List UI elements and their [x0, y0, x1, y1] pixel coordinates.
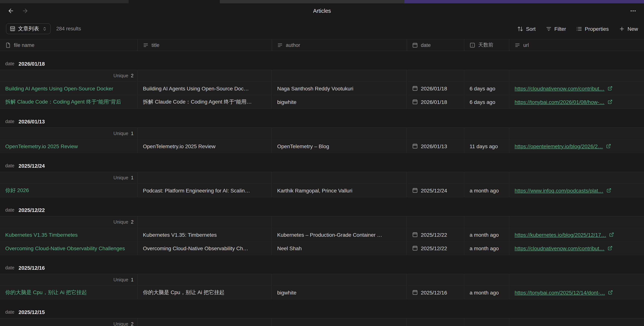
titlebar-segment [0, 0, 129, 4]
cell-date[interactable]: 2026/01/13 [407, 140, 464, 153]
cell-title[interactable]: Podcast: Platform Engineering for AI: Sc… [138, 184, 272, 197]
view-selector[interactable]: 文章列表 [6, 23, 51, 34]
cell-date[interactable]: 2025/12/22 [407, 242, 464, 255]
url-link[interactable]: https://cloudnativenow.com/contribut… [514, 245, 604, 251]
new-button[interactable]: New [619, 26, 638, 32]
url-link[interactable]: https://www.infoq.com/podcasts/plat… [514, 188, 603, 194]
text-icon [143, 42, 148, 48]
cell-title[interactable]: Overcoming Cloud-Native Observability Ch… [138, 242, 272, 255]
column-label: file name [14, 42, 34, 48]
cell-author[interactable]: OpenTelemetry – Blog [272, 140, 407, 153]
titlebar-segment [404, 0, 644, 4]
group-header[interactable]: date 2025/12/24 [0, 160, 644, 172]
formula-icon [470, 42, 475, 48]
cell-url[interactable]: https://tonybai.com/2026/01/08/how-… [509, 95, 644, 108]
url-link[interactable]: https://tonybai.com/2025/12/14/dont-… [514, 290, 605, 296]
column-header-file-name[interactable]: file name [0, 40, 138, 51]
calc-value: 2 [131, 73, 134, 78]
column-header-author[interactable]: author [272, 40, 407, 51]
cell-file-name[interactable]: 拆解 Claude Code：Coding Agent 终于“能用”背后 [0, 95, 138, 108]
cell-title[interactable]: OpenTelemetry.io 2025 Review [138, 140, 272, 153]
forward-arrow-icon[interactable] [22, 8, 28, 14]
cell-file-name[interactable]: Overcoming Cloud-Native Observability Ch… [0, 242, 138, 255]
sort-button[interactable]: Sort [518, 26, 536, 32]
cell-date[interactable]: 2025/12/24 [407, 184, 464, 197]
page-title: Articles [0, 8, 644, 14]
group-header[interactable]: date 2025/12/22 [0, 204, 644, 216]
group-header[interactable]: date 2025/12/15 [0, 306, 644, 318]
new-label: New [628, 26, 638, 32]
cell-url[interactable]: https://tonybai.com/2025/12/14/dont-… [509, 286, 644, 299]
calc-cell[interactable]: Unique 2 [0, 216, 138, 228]
file-link[interactable]: 你的大脑是 Cpu，别让 Ai 把它挂起 [5, 289, 87, 296]
cell-date[interactable]: 2026/01/18 [407, 82, 464, 95]
calc-cell[interactable]: Unique 1 [0, 274, 138, 286]
cell-url[interactable]: https://www.infoq.com/podcasts/plat… [509, 184, 644, 197]
cell-days[interactable]: 6 days ago [464, 82, 509, 95]
cell-author[interactable]: Neel Shah [272, 242, 407, 255]
column-header-url[interactable]: url [509, 40, 644, 51]
cell-title[interactable]: 拆解 Claude Code：Coding Agent 终于“能用… [138, 95, 272, 108]
more-options-icon[interactable] [630, 8, 636, 14]
cell-date[interactable]: 2026/01/18 [407, 95, 464, 108]
cell-url[interactable]: https://opentelemetry.io/blog/2026/2… [509, 140, 644, 153]
properties-button[interactable]: Properties [576, 26, 609, 32]
cell-title[interactable]: Kubernetes V1.35: Timbernetes [138, 228, 272, 241]
cell-file-name[interactable]: OpenTelemetry.io 2025 Review [0, 140, 138, 153]
file-link[interactable]: 你好 2026 [5, 187, 29, 194]
cell-days[interactable]: a month ago [464, 286, 509, 299]
filter-button[interactable]: Filter [546, 26, 566, 32]
cell-date[interactable]: 2025/12/16 [407, 286, 464, 299]
cell-file-name[interactable]: Kubernetes V1.35 Timbernetes [0, 228, 138, 241]
cell-days[interactable]: 11 days ago [464, 140, 509, 153]
cell-author[interactable]: bigwhite [272, 286, 407, 299]
group-header[interactable]: date 2026/01/18 [0, 58, 644, 70]
calc-cell[interactable]: Unique 2 [0, 318, 138, 326]
cell-days[interactable]: a month ago [464, 242, 509, 255]
column-header-title[interactable]: title [138, 40, 272, 51]
external-link-icon [608, 290, 613, 295]
calc-cell[interactable]: Unique 1 [0, 128, 138, 139]
file-link[interactable]: Overcoming Cloud-Native Observability Ch… [5, 245, 125, 251]
cell-days[interactable]: a month ago [464, 184, 509, 197]
calc-cell-empty [509, 128, 644, 139]
table-row: Building AI Agents Using Open-Source Doc… [0, 82, 644, 95]
cell-title[interactable]: 你的大脑是 Cpu，别让 Ai 把它挂起 [138, 286, 272, 299]
cell-days[interactable]: 6 days ago [464, 95, 509, 108]
file-link[interactable]: Building AI Agents Using Open-Source Doc… [5, 85, 113, 91]
cell-url[interactable]: https://kubernetes.io/blog/2025/12/17… [509, 228, 644, 241]
cell-date[interactable]: 2025/12/22 [407, 228, 464, 241]
calc-cell[interactable]: Unique 2 [0, 70, 138, 82]
sort-icon [518, 26, 524, 32]
group-header[interactable]: date 2025/12/16 [0, 262, 644, 274]
cell-file-name[interactable]: 你的大脑是 Cpu，别让 Ai 把它挂起 [0, 286, 138, 299]
calendar-icon [412, 99, 418, 105]
column-header-days[interactable]: 天数前 [464, 40, 509, 51]
url-link[interactable]: https://opentelemetry.io/blog/2026/2… [514, 143, 603, 149]
file-link[interactable]: Kubernetes V1.35 Timbernetes [5, 232, 78, 238]
file-link[interactable]: 拆解 Claude Code：Coding Agent 终于“能用”背后 [5, 98, 121, 105]
calc-cell-empty [509, 318, 644, 326]
cell-file-name[interactable]: 你好 2026 [0, 184, 138, 197]
cell-days[interactable]: a month ago [464, 228, 509, 241]
cell-author[interactable]: Karthik Ramgopal, Prince Valluri [272, 184, 407, 197]
file-link[interactable]: OpenTelemetry.io 2025 Review [5, 143, 78, 149]
url-link[interactable]: https://cloudnativenow.com/contribut… [514, 85, 604, 91]
url-link[interactable]: https://kubernetes.io/blog/2025/12/17… [514, 232, 606, 238]
calc-cell-empty [272, 128, 407, 139]
url-link[interactable]: https://tonybai.com/2026/01/08/how-… [514, 99, 604, 105]
group-header[interactable]: date 2026/01/13 [0, 116, 644, 128]
calendar-icon [412, 245, 418, 251]
cell-author[interactable]: bigwhite [272, 95, 407, 108]
cell-url[interactable]: https://cloudnativenow.com/contribut… [509, 82, 644, 95]
toolbar-actions: Sort Filter Properties New [518, 26, 638, 32]
cell-author[interactable]: Kubernetes – Production-Grade Container … [272, 228, 407, 241]
cell-author[interactable]: Naga Santhosh Reddy Vootukuri [272, 82, 407, 95]
calc-cell[interactable]: Unique 1 [0, 172, 138, 184]
calc-cell-empty [138, 172, 272, 184]
cell-file-name[interactable]: Building AI Agents Using Open-Source Doc… [0, 82, 138, 95]
cell-url[interactable]: https://cloudnativenow.com/contribut… [509, 242, 644, 255]
cell-title[interactable]: Building AI Agents Using Open-Source Doc… [138, 82, 272, 95]
column-header-date[interactable]: date [407, 40, 464, 51]
back-arrow-icon[interactable] [8, 8, 14, 14]
